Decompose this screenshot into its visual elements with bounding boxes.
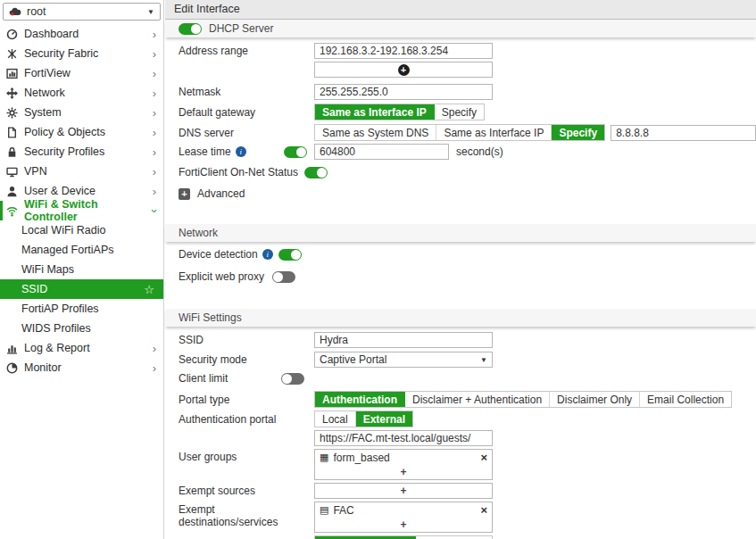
add-address-range-button[interactable]: +	[314, 62, 493, 78]
lease-time-input[interactable]: 604800	[314, 144, 449, 160]
sidebar-item-policy-objects[interactable]: Policy & Objects ›	[0, 122, 163, 142]
user-group-tag[interactable]: ▦ form_based ×	[315, 450, 492, 465]
lease-time-label: Lease time	[179, 145, 231, 158]
netmask-input[interactable]: 255.255.255.0	[314, 84, 493, 100]
portal-email-collection-button[interactable]: Email Collection	[640, 392, 731, 407]
sidebar-item-log-report[interactable]: Log & Report ›	[0, 338, 163, 358]
dns-server-input[interactable]: 8.8.8.8	[611, 125, 756, 141]
redirect-segmented: Original Request Specific URL	[314, 535, 493, 539]
address-range-input[interactable]: 192.168.3.2-192.168.3.254	[314, 43, 493, 59]
exempt-destinations-label: Exempt destinations/services	[179, 503, 314, 528]
portal-type-segmented: Authentication Disclaimer + Authenticati…	[314, 391, 732, 408]
dns-same-as-interface-button[interactable]: Same as Interface IP	[436, 125, 552, 140]
advanced-label[interactable]: Advanced	[197, 187, 245, 200]
sidebar-item-label: User & Device	[24, 185, 96, 197]
sidebar-item-label: FortiAP Profiles	[21, 303, 99, 315]
auth-portal-segmented: Local External	[314, 410, 413, 427]
explicit-web-proxy-toggle[interactable]	[272, 271, 295, 283]
sidebar-item-ssid[interactable]: SSID ☆	[0, 279, 163, 299]
sidebar-item-security-profiles[interactable]: Security Profiles ›	[0, 142, 163, 162]
default-gateway-segmented: Same as Interface IP Specify	[314, 104, 485, 120]
network-section-label: Network	[179, 227, 218, 239]
gauge-icon	[6, 29, 18, 40]
sidebar-item-label: VPN	[24, 165, 47, 178]
sidebar-item-fortiap-profiles[interactable]: FortiAP Profiles	[0, 299, 163, 319]
lock-icon	[6, 146, 18, 158]
user-group-icon: ▦	[320, 452, 328, 463]
sidebar-item-label: Local WiFi Radio	[21, 224, 105, 236]
sidebar: root ▼ Dashboard › Security Fabric › For…	[0, 0, 164, 539]
dhcp-server-section-header: DHCP Server	[165, 20, 756, 37]
chevron-right-icon: ›	[153, 166, 156, 178]
remove-icon[interactable]: ×	[480, 504, 487, 516]
add-user-group-button[interactable]: +	[315, 465, 492, 479]
lease-time-toggle[interactable]	[284, 146, 307, 158]
remove-icon[interactable]: ×	[480, 452, 487, 463]
dns-same-as-system-button[interactable]: Same as System DNS	[315, 125, 436, 140]
chevron-right-icon: ›	[153, 29, 156, 40]
chevron-right-icon: ›	[153, 48, 156, 60]
user-groups-label: User groups	[179, 451, 314, 463]
vdom-cloud-icon	[9, 6, 21, 17]
sidebar-item-label: Network	[24, 87, 65, 99]
sidebar-item-label: Security Fabric	[24, 47, 98, 60]
ssid-value: Hydra	[320, 334, 348, 346]
dns-server-label: DNS server	[179, 127, 314, 139]
add-exempt-destination-button[interactable]: +	[315, 518, 492, 532]
security-mode-select[interactable]: Captive Portal ▼	[314, 352, 493, 368]
sidebar-item-managed-fortiaps[interactable]: Managed FortiAPs	[0, 240, 163, 260]
network-form: Device detection i Explicit web proxy	[165, 242, 756, 284]
gateway-same-as-interface-button[interactable]: Same as Interface IP	[315, 104, 435, 120]
fabric-icon	[6, 48, 18, 60]
gateway-specify-button[interactable]: Specify	[435, 104, 484, 120]
sidebar-item-dashboard[interactable]: Dashboard ›	[0, 24, 163, 44]
sidebar-item-monitor[interactable]: Monitor ›	[0, 358, 163, 377]
vdom-selector[interactable]: root ▼	[3, 3, 161, 21]
sidebar-item-system[interactable]: System ›	[0, 103, 163, 122]
address-object-icon: ▤	[320, 504, 328, 516]
sidebar-item-vpn[interactable]: VPN ›	[0, 162, 163, 181]
client-limit-toggle[interactable]	[281, 373, 304, 385]
sidebar-item-local-wifi-radio[interactable]: Local WiFi Radio	[0, 220, 163, 240]
exempt-destination-tag[interactable]: ▤ FAC ×	[315, 502, 492, 518]
sidebar-item-label: SSID	[21, 283, 47, 295]
sidebar-item-fortiview[interactable]: FortiView ›	[0, 63, 163, 83]
explicit-web-proxy-label: Explicit web proxy	[179, 270, 264, 283]
exempt-destinations-listbox: ▤ FAC × +	[314, 502, 493, 533]
portal-disclaimer-auth-button[interactable]: Disclaimer + Authentication	[405, 392, 550, 407]
device-detection-toggle[interactable]	[278, 249, 302, 261]
sidebar-item-label: Log & Report	[24, 342, 90, 354]
dns-specify-button[interactable]: Specify	[552, 125, 604, 140]
dns-server-value: 8.8.8.8	[616, 127, 649, 139]
sidebar-item-network[interactable]: Network ›	[0, 83, 163, 103]
add-exempt-source-button[interactable]: +	[315, 484, 492, 498]
wifi-settings-section-header: WiFi Settings	[165, 309, 756, 327]
network-section-header: Network	[165, 224, 756, 242]
portal-disclaimer-only-button[interactable]: Disclaimer Only	[550, 392, 640, 407]
dhcp-server-section-label: DHCP Server	[209, 22, 273, 35]
chevron-right-icon: ›	[153, 127, 156, 138]
expand-plus-icon[interactable]: +	[179, 188, 190, 200]
sidebar-item-security-fabric[interactable]: Security Fabric ›	[0, 44, 163, 63]
default-gateway-label: Default gateway	[179, 106, 314, 119]
dhcp-server-toggle[interactable]	[179, 23, 202, 35]
monitor-icon	[6, 362, 18, 374]
user-icon	[6, 186, 18, 197]
chevron-right-icon: ›	[153, 68, 156, 79]
auth-portal-external-button[interactable]: External	[356, 411, 412, 427]
sidebar-item-wids-profiles[interactable]: WIDS Profiles	[0, 319, 163, 338]
star-icon[interactable]: ☆	[144, 283, 154, 296]
log-report-icon	[6, 343, 18, 354]
chevron-right-icon: ›	[153, 107, 156, 119]
sidebar-item-wifi-switch-controller[interactable]: WiFi & Switch Controller ›	[0, 201, 163, 220]
ssid-input[interactable]: Hydra	[314, 332, 493, 348]
sidebar-item-label: Monitor	[24, 361, 62, 374]
vpn-icon	[6, 166, 18, 178]
portal-authentication-button[interactable]: Authentication	[315, 392, 405, 407]
forticlient-onnet-toggle[interactable]	[304, 167, 328, 178]
sidebar-item-wifi-maps[interactable]: WiFi Maps	[0, 260, 163, 279]
device-detection-label: Device detection	[179, 248, 258, 261]
lease-time-unit: second(s)	[456, 145, 503, 158]
auth-portal-local-button[interactable]: Local	[315, 411, 356, 427]
auth-portal-url-input[interactable]: https://FAC.mt-test.local/guests/	[314, 430, 493, 446]
